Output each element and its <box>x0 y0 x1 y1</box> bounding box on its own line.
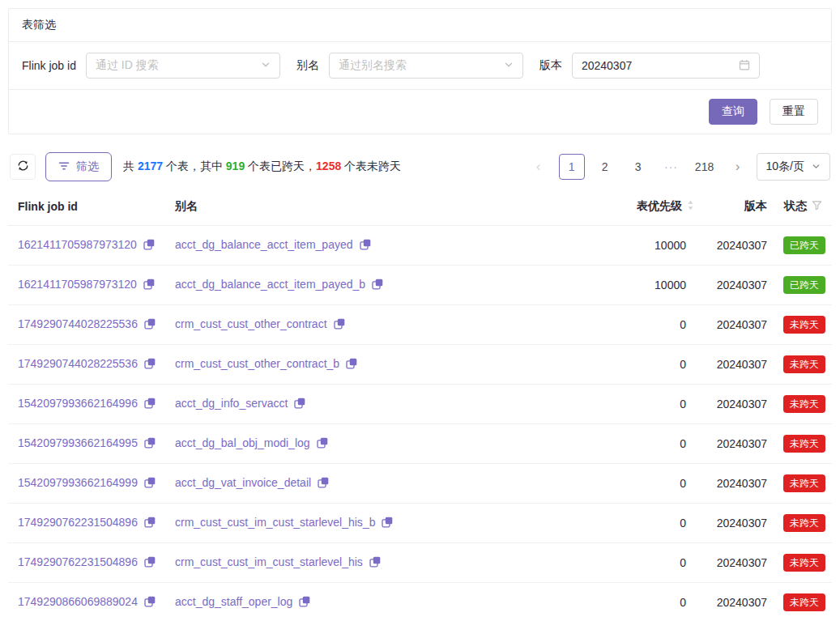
copy-icon[interactable] <box>317 437 328 451</box>
alias-link[interactable]: acct_dg_staff_oper_log <box>175 595 292 608</box>
copy-icon[interactable] <box>334 318 345 332</box>
alias-link[interactable]: acct_dg_info_servacct <box>175 397 288 410</box>
version-cell: 20240307 <box>702 345 775 385</box>
version-date-input[interactable]: 20240307 <box>572 53 760 79</box>
table-row: 1621411705987973120 acct_dg_balance_acct… <box>8 226 832 266</box>
version-cell: 20240307 <box>702 226 775 266</box>
status-badge: 未跨天 <box>783 514 825 532</box>
flink-job-id-link[interactable]: 1749290866069889024 <box>18 595 138 608</box>
chevron-down-icon <box>504 59 514 72</box>
alias-select[interactable]: 通过别名搜索 <box>329 53 523 79</box>
summary-segment: 共 <box>123 160 138 172</box>
status-cell: 未跨天 <box>775 543 832 583</box>
priority-cell: 0 <box>556 504 702 543</box>
filter-card-body: Flink job id 通过 ID 搜索 别名 通过别名搜索 <box>9 42 831 90</box>
status-cell: 已跨天 <box>775 226 832 266</box>
copy-icon[interactable] <box>143 239 155 253</box>
flink-job-id-link[interactable]: 1542097993662164999 <box>18 476 138 489</box>
pagination-page-2[interactable]: 2 <box>592 154 618 180</box>
flink-job-id-placeholder: 通过 ID 搜索 <box>96 58 159 73</box>
copy-icon[interactable] <box>144 556 156 570</box>
refresh-button[interactable] <box>10 154 36 180</box>
copy-icon[interactable] <box>143 279 155 292</box>
sorter-icon[interactable] <box>687 199 694 214</box>
copy-icon[interactable] <box>294 398 305 411</box>
copy-icon[interactable] <box>144 517 156 530</box>
status-badge: 未跨天 <box>783 474 825 492</box>
copy-icon[interactable] <box>382 517 393 530</box>
alias-link[interactable]: crm_cust_cust_im_cust_starlevel_his_b <box>175 516 375 529</box>
copy-icon[interactable] <box>144 437 156 451</box>
refresh-icon <box>17 160 29 174</box>
copy-icon[interactable] <box>299 596 310 610</box>
copy-icon[interactable] <box>346 358 357 372</box>
status-badge: 未跨天 <box>783 554 825 572</box>
page-size-select[interactable]: 10条/页 <box>757 153 830 181</box>
alias-link[interactable]: acct_dg_bal_obj_modi_log <box>175 436 310 449</box>
flink-job-id-select[interactable]: 通过 ID 搜索 <box>86 53 280 79</box>
version-cell: 20240307 <box>702 543 775 583</box>
alias-link[interactable]: acct_dg_balance_acct_item_payed <box>175 238 353 251</box>
column-priority[interactable]: 表优先级 <box>556 188 702 226</box>
flink-job-id-link[interactable]: 1749290762231504896 <box>18 555 138 568</box>
column-priority-label: 表优先级 <box>637 199 682 214</box>
flink-job-id-link[interactable]: 1749290762231504896 <box>18 516 138 529</box>
copy-icon[interactable] <box>372 279 383 292</box>
version-label: 版本 <box>539 58 562 73</box>
copy-icon[interactable] <box>144 358 156 372</box>
status-badge: 未跨天 <box>783 593 825 611</box>
funnel-icon[interactable] <box>812 200 822 213</box>
table-row: 1542097993662164999 acct_dg_vat_invoice_… <box>8 464 832 504</box>
table-row: 1542097993662164995 acct_dg_bal_obj_modi… <box>8 424 832 464</box>
copy-icon[interactable] <box>144 398 156 411</box>
column-status-label: 状态 <box>784 199 807 214</box>
version-field-group: 版本 20240307 <box>539 53 760 79</box>
column-status[interactable]: 状态 <box>775 188 832 226</box>
table-row: 1749290744028225536 crm_cust_cust_other_… <box>8 345 832 385</box>
filter-card-title: 表筛选 <box>9 9 831 42</box>
copy-icon[interactable] <box>369 556 381 570</box>
reset-button[interactable]: 重置 <box>770 99 818 125</box>
pagination-page-3[interactable]: 3 <box>625 154 651 180</box>
pagination-page-218[interactable]: 218 <box>692 154 718 180</box>
alias-field-group: 别名 通过别名搜索 <box>296 53 523 79</box>
version-cell: 20240307 <box>702 385 775 424</box>
status-badge: 已跨天 <box>783 236 825 254</box>
priority-cell: 0 <box>556 543 702 583</box>
status-cell: 未跨天 <box>775 464 832 504</box>
version-cell: 20240307 <box>702 464 775 504</box>
flink-job-id-link[interactable]: 1542097993662164996 <box>18 397 138 410</box>
alias-link[interactable]: crm_cust_cust_im_cust_starlevel_his <box>175 555 363 568</box>
flink-job-id-link[interactable]: 1621411705987973120 <box>18 278 137 291</box>
flink-job-id-link[interactable]: 1749290744028225536 <box>18 317 138 330</box>
alias-link[interactable]: acct_dg_vat_invoice_detail <box>175 476 311 489</box>
pagination-next[interactable]: › <box>725 154 751 180</box>
alias-link[interactable]: crm_cust_cust_other_contract <box>175 317 327 330</box>
copy-icon[interactable] <box>144 318 156 332</box>
priority-cell: 0 <box>556 424 702 464</box>
table-row: 1542097993662164996 acct_dg_info_servacc… <box>8 385 832 424</box>
column-version: 版本 <box>702 188 775 226</box>
summary-count-blue: 2177 <box>138 160 163 172</box>
copy-icon[interactable] <box>144 596 156 610</box>
priority-cell: 0 <box>556 305 702 345</box>
flink-job-id-link[interactable]: 1621411705987973120 <box>18 238 137 251</box>
filter-button-label: 筛选 <box>76 160 99 174</box>
column-alias: 别名 <box>167 188 556 226</box>
flink-job-id-link[interactable]: 1749290744028225536 <box>18 357 138 370</box>
alias-link[interactable]: crm_cust_cust_other_contract_b <box>175 357 339 370</box>
priority-cell: 0 <box>556 583 702 621</box>
status-cell: 未跨天 <box>775 305 832 345</box>
alias-link[interactable]: acct_dg_balance_acct_item_payed_b <box>175 278 365 291</box>
pagination-page-1[interactable]: 1 <box>559 154 585 180</box>
query-button[interactable]: 查询 <box>709 99 757 125</box>
version-value: 20240307 <box>582 59 632 72</box>
copy-icon[interactable] <box>318 477 329 491</box>
copy-icon[interactable] <box>144 477 156 491</box>
summary-count-green: 919 <box>226 160 245 172</box>
version-cell: 20240307 <box>702 305 775 345</box>
pagination-prev[interactable]: ‹ <box>526 154 552 180</box>
flink-job-id-link[interactable]: 1542097993662164995 <box>18 436 138 449</box>
copy-icon[interactable] <box>360 239 371 253</box>
filter-button[interactable]: 筛选 <box>45 152 112 181</box>
